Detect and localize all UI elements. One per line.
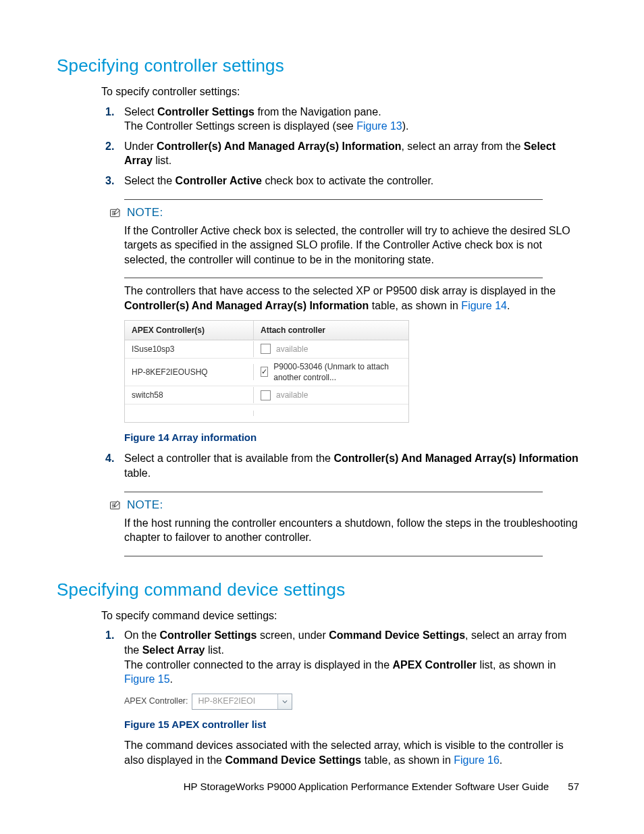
intro-text: To specify command device settings: <box>101 608 583 623</box>
figure-14-caption: Figure 14 Array information <box>124 431 583 444</box>
attach-status: P9000-53046 (Unmark to attach another co… <box>273 361 402 383</box>
apex-controller-select[interactable]: HP-8KEF2IEOI <box>192 694 292 710</box>
note-1-body: If the Controller Active check box is se… <box>124 224 583 267</box>
column-header: Attach controller <box>254 321 408 340</box>
note-icon <box>109 207 122 218</box>
figure-16-link[interactable]: Figure 16 <box>454 754 500 766</box>
attach-checkbox[interactable] <box>261 390 271 400</box>
divider <box>124 556 543 556</box>
footer-title: HP StorageWorks P9000 Application Perfor… <box>184 781 549 792</box>
text: table. <box>124 467 151 479</box>
divider <box>124 278 543 278</box>
text: . <box>170 673 173 685</box>
figure-15-caption: Figure 15 APEX controller list <box>124 718 583 731</box>
controller-name: switch58 <box>125 387 254 403</box>
text: check box to activate the controller. <box>262 175 433 186</box>
bold: APEX Controller <box>393 659 477 671</box>
divider <box>124 492 543 492</box>
page-number: 57 <box>568 781 579 792</box>
text: table, as shown in <box>369 300 461 311</box>
divider <box>124 199 543 200</box>
text: . <box>500 754 502 766</box>
attach-checkbox[interactable]: ✓ <box>261 367 268 377</box>
text: The controller connected to the array is… <box>124 659 393 671</box>
steps-list-2: On the Controller Settings screen, under… <box>101 628 583 686</box>
step-4: Select a controller that is available fr… <box>124 451 583 480</box>
heading-command-device-settings: Specifying command device settings <box>57 578 583 602</box>
bold: Command Device Settings <box>225 754 361 766</box>
figure-13-link[interactable]: Figure 13 <box>356 120 402 132</box>
step-3: Select the Controller Active check box t… <box>124 174 583 188</box>
figure-15-link[interactable]: Figure 15 <box>124 673 170 685</box>
text: ). <box>402 120 409 132</box>
text: , select an array from the <box>401 140 523 152</box>
text: list. <box>205 644 223 656</box>
column-header: APEX Controller(s) <box>125 321 254 340</box>
paragraph: The controllers that have access to the … <box>124 284 583 313</box>
steps-list-1: Select Controller Settings from the Navi… <box>101 105 583 188</box>
bold: Select Array <box>142 644 205 656</box>
apex-controller-label: APEX Controller: <box>124 696 188 707</box>
text: On the <box>124 629 159 641</box>
controller-name: ISuse10sp3 <box>125 341 254 357</box>
controller-name: HP-8KEF2IEOUSHQ <box>125 364 254 380</box>
text: screen, under <box>257 629 329 641</box>
bold: Controller(s) And Managed Array(s) Infor… <box>333 452 578 464</box>
chevron-down-icon <box>277 694 292 709</box>
text: Select a controller that is available fr… <box>124 452 333 464</box>
note-label: NOTE: <box>127 205 163 221</box>
text: table, as shown in <box>361 754 454 766</box>
attach-checkbox[interactable] <box>261 344 271 354</box>
figure-14-table: APEX Controller(s) Attach controller ISu… <box>124 320 409 423</box>
paragraph: The command devices associated with the … <box>124 738 583 767</box>
heading-controller-settings: Specifying controller settings <box>57 54 583 78</box>
note-icon <box>109 500 122 511</box>
bold: Controller Settings <box>159 629 257 641</box>
steps-list-1-cont: Select a controller that is available fr… <box>101 451 583 480</box>
bold: Controller(s) And Managed Array(s) Infor… <box>157 140 401 152</box>
text: list. <box>153 155 171 166</box>
bold: Controller Settings <box>157 106 254 118</box>
note-2-body: If the host running the controller encou… <box>124 516 583 545</box>
step-2: Under Controller(s) And Managed Array(s)… <box>124 139 583 168</box>
select-value: HP-8KEF2IEOI <box>192 696 277 707</box>
text: The Controller Settings screen is displa… <box>124 120 356 132</box>
page-footer: HP StorageWorks P9000 Application Perfor… <box>184 780 579 793</box>
attach-status: available <box>276 390 308 400</box>
text: Select <box>124 106 157 118</box>
attach-status: available <box>276 344 308 355</box>
text: from the Navigation pane. <box>254 106 381 118</box>
table-row: ISuse10sp3 available <box>125 340 408 359</box>
note-label: NOTE: <box>127 498 163 513</box>
text: The controllers that have access to the … <box>124 285 556 296</box>
figure-15-dropdown: APEX Controller: HP-8KEF2IEOI <box>124 694 583 710</box>
text: Select the <box>124 175 176 186</box>
text: Under <box>124 140 157 152</box>
step-1: Select Controller Settings from the Navi… <box>124 105 583 134</box>
intro-text: To specify controller settings: <box>101 84 583 99</box>
bold: Controller Active <box>176 175 262 186</box>
table-row: HP-8KEF2IEOUSHQ ✓ P9000-53046 (Unmark to… <box>125 359 408 386</box>
bold: Command Device Settings <box>329 629 465 641</box>
bold: Controller(s) And Managed Array(s) Infor… <box>124 300 369 311</box>
text: list, as shown in <box>477 659 556 671</box>
table-row <box>125 405 408 422</box>
table-row: switch58 available <box>125 386 408 405</box>
step-1: On the Controller Settings screen, under… <box>124 628 583 686</box>
text: . <box>507 300 510 311</box>
figure-14-link[interactable]: Figure 14 <box>461 300 507 311</box>
